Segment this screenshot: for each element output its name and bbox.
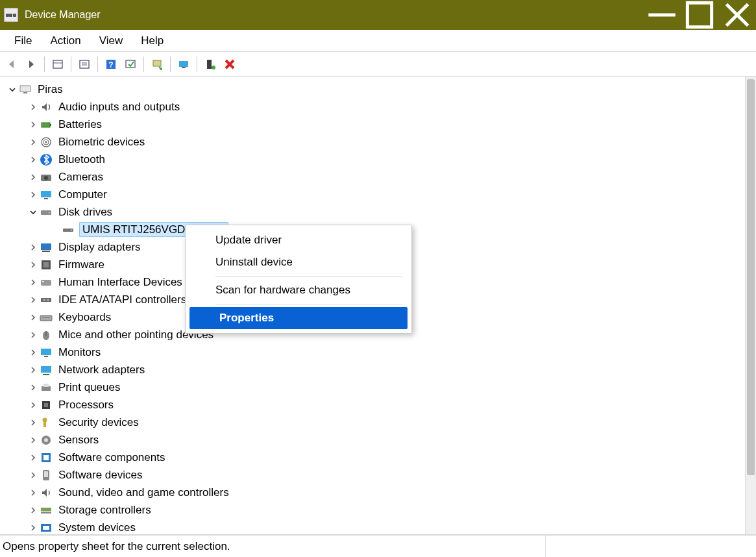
svg-point-13: [160, 68, 162, 70]
svg-rect-22: [42, 123, 50, 127]
minimize-button[interactable]: [643, 0, 681, 30]
tree-category[interactable]: Monitors: [4, 343, 745, 361]
close-button[interactable]: [718, 0, 756, 30]
add-device-button[interactable]: [201, 55, 219, 73]
back-button[interactable]: [3, 55, 21, 73]
tree-category[interactable]: Storage controllers: [4, 501, 745, 519]
scan-hardware-button[interactable]: [121, 55, 140, 73]
toolbar-separator: [97, 56, 98, 72]
chevron-right-icon[interactable]: [27, 469, 39, 481]
help-button[interactable]: ?: [102, 55, 120, 73]
chevron-right-icon[interactable]: [27, 171, 39, 183]
category-icon: [39, 205, 53, 219]
chevron-right-icon[interactable]: [27, 329, 39, 341]
tree-category[interactable]: Security devices: [4, 414, 745, 431]
tree-category[interactable]: Processors: [4, 396, 745, 414]
chevron-right-icon[interactable]: [27, 382, 39, 393]
chevron-right-icon[interactable]: [27, 434, 39, 446]
svg-rect-20: [20, 86, 30, 92]
svg-text:?: ?: [108, 60, 113, 69]
tree-category[interactable]: Sensors: [4, 431, 745, 449]
show-hide-console-button[interactable]: [49, 55, 67, 73]
svg-point-26: [45, 141, 47, 143]
tree-category-label: System devices: [58, 521, 136, 534]
chevron-right-icon[interactable]: [27, 119, 39, 130]
svg-point-35: [71, 229, 72, 230]
enable-device-button[interactable]: [175, 55, 193, 73]
tree-category[interactable]: Sound, video and game controllers: [4, 484, 745, 501]
tree-category[interactable]: Bluetooth: [4, 151, 745, 168]
menu-view[interactable]: View: [90, 32, 132, 50]
chevron-right-icon[interactable]: [27, 522, 39, 534]
menu-action[interactable]: Action: [41, 32, 90, 50]
menu-help[interactable]: Help: [132, 32, 173, 50]
svg-rect-61: [43, 455, 49, 460]
tree-category-label: Audio inputs and outputs: [58, 101, 180, 113]
tree-category[interactable]: Print queues: [4, 378, 745, 396]
svg-rect-37: [42, 251, 50, 252]
device-tree[interactable]: Piras Audio inputs and outputsBatteriesB…: [0, 77, 745, 534]
tree-category[interactable]: Audio inputs and outputs: [4, 98, 745, 116]
tree-category-label: Security devices: [58, 416, 139, 428]
properties-button[interactable]: [75, 55, 93, 73]
chevron-right-icon[interactable]: [27, 294, 39, 306]
chevron-right-icon[interactable]: [27, 136, 39, 148]
vertical-scrollbar[interactable]: [745, 77, 756, 534]
category-icon: [39, 118, 53, 132]
tree-category[interactable]: Software components: [4, 449, 745, 466]
chevron-right-icon[interactable]: [27, 101, 39, 113]
tree-category-label: Storage controllers: [58, 504, 151, 516]
chevron-right-icon[interactable]: [27, 364, 39, 376]
update-driver-button[interactable]: [148, 55, 166, 73]
svg-rect-41: [42, 281, 44, 282]
category-icon: [39, 135, 53, 149]
status-grip: [545, 536, 756, 557]
tree-category-label: Human Interface Devices: [58, 276, 182, 288]
chevron-right-icon[interactable]: [27, 347, 39, 358]
forward-button[interactable]: [22, 55, 40, 73]
chevron-right-icon[interactable]: [27, 241, 39, 253]
tree-category[interactable]: Biometric devices: [4, 133, 745, 151]
ctx-update-driver[interactable]: Update driver: [189, 229, 408, 251]
svg-rect-45: [40, 316, 52, 321]
chevron-right-icon[interactable]: [27, 277, 39, 288]
tree-category[interactable]: System devices: [4, 519, 745, 534]
toolbar-separator: [143, 56, 144, 72]
tree-category[interactable]: Cameras: [4, 168, 745, 186]
chevron-right-icon[interactable]: [27, 189, 39, 201]
category-icon: [39, 310, 53, 325]
tree-category-label: Software devices: [58, 469, 142, 481]
chevron-right-icon[interactable]: [27, 504, 39, 516]
chevron-right-icon[interactable]: [27, 154, 39, 166]
svg-rect-64: [41, 508, 51, 511]
category-icon: [39, 433, 53, 447]
maximize-button[interactable]: [681, 0, 718, 30]
tree-category[interactable]: Software devices: [4, 466, 745, 484]
ctx-properties[interactable]: Properties: [189, 307, 408, 329]
chevron-right-icon[interactable]: [27, 312, 39, 323]
chevron-right-icon[interactable]: [27, 399, 39, 411]
tree-category[interactable]: Batteries: [4, 116, 745, 133]
tree-category[interactable]: Disk drives: [4, 203, 745, 221]
tree-category-label: Sensors: [58, 434, 99, 446]
ctx-uninstall-device[interactable]: Uninstall device: [189, 251, 408, 273]
svg-point-29: [44, 176, 48, 180]
menu-file[interactable]: File: [5, 32, 41, 50]
category-icon: [39, 188, 53, 202]
chevron-right-icon[interactable]: [27, 259, 39, 271]
toolbar-separator: [44, 56, 45, 72]
tree-category-label: Software components: [58, 451, 165, 464]
ctx-scan-hardware[interactable]: Scan for hardware changes: [189, 279, 408, 301]
chevron-right-icon[interactable]: [27, 452, 39, 464]
tree-root[interactable]: Piras: [4, 80, 745, 98]
svg-rect-63: [44, 471, 48, 477]
chevron-right-icon[interactable]: [27, 417, 39, 428]
tree-category[interactable]: Network adapters: [4, 361, 745, 378]
chevron-down-icon[interactable]: [6, 84, 18, 95]
chevron-down-icon[interactable]: [27, 206, 39, 218]
uninstall-device-button[interactable]: [221, 55, 239, 73]
scrollbar-thumb[interactable]: [747, 79, 755, 475]
chevron-right-icon[interactable]: [27, 487, 39, 499]
context-menu: Update driver Uninstall device Scan for …: [185, 225, 412, 334]
tree-category[interactable]: Computer: [4, 186, 745, 203]
